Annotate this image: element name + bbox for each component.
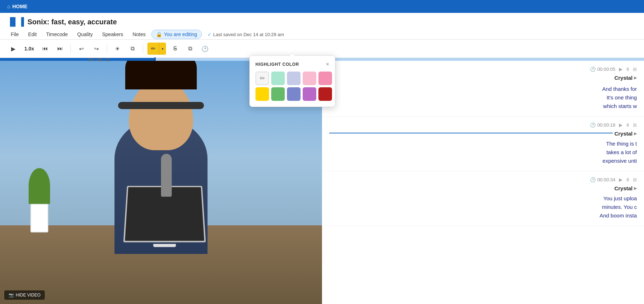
transcript-line-2-1: The thing is t	[606, 141, 637, 147]
segment-controls-3: ▶ ⏸ ⊞	[619, 177, 637, 182]
transcript-panel[interactable]: 🕐 00:00:05 ▶ ⏸ ⊞ Crystal ▶ And thanks fo…	[322, 61, 644, 304]
transcript-line-1-2: It's one thing	[606, 94, 637, 100]
hide-video-button[interactable]: 📷 HIDE VIDEO	[4, 290, 45, 300]
transcript-line-2-2: takes a lot of	[606, 149, 637, 155]
segment-time-2: 🕐 00:00:18	[590, 122, 615, 128]
history-button[interactable]: 🕐	[199, 43, 211, 55]
speaker-name-1[interactable]: Crystal	[614, 75, 633, 81]
note-segment-2-button[interactable]: ⊞	[633, 122, 637, 128]
menu-speakers[interactable]: Speakers	[98, 29, 127, 39]
sonix-logo-icon: ▐▌▐	[7, 17, 24, 26]
highlight-color-button[interactable]: ✏	[147, 43, 159, 55]
transcript-text-2[interactable]: The thing is t takes a lot of expensive …	[329, 139, 637, 165]
segment-header-2: 🕐 00:00:18 ▶ ⏸ ⊞	[329, 122, 637, 128]
editing-button[interactable]: 🔒 You are editing	[151, 30, 202, 39]
saved-status-text: Last saved on Dec 14 at 10:29 am	[213, 32, 284, 37]
current-time: 00:00:32	[88, 57, 111, 62]
microphone	[161, 154, 172, 197]
transcript-segment-1: 🕐 00:00:05 ▶ ⏸ ⊞ Crystal ▶ And thanks fo…	[322, 61, 644, 117]
color-swatch-eraser[interactable]: ✏	[255, 72, 269, 85]
menu-edit[interactable]: Edit	[25, 29, 40, 39]
home-link[interactable]: ⌂ HOME	[7, 4, 27, 9]
menu-file[interactable]: File	[7, 29, 23, 39]
transcript-line-2-3: expensive unti	[602, 158, 637, 164]
speaker-row-2: Crystal ▶	[329, 131, 637, 137]
active-speaker-bar	[329, 133, 613, 133]
undo-button[interactable]: ↩	[75, 43, 87, 55]
top-navigation: ⌂ HOME	[0, 0, 644, 13]
note-segment-3-button[interactable]: ⊞	[633, 177, 637, 182]
laptop-base	[153, 244, 176, 247]
fast-forward-button[interactable]: ⏭	[54, 43, 66, 55]
transcript-line-3-3: And boom insta	[600, 212, 637, 219]
segment-header-3: 🕐 00:00:34 ▶ ⏸ ⊞	[329, 177, 637, 182]
duplicate-button[interactable]: ⧉	[184, 43, 196, 55]
note-segment-1-button[interactable]: ⊞	[633, 67, 637, 72]
clock-icon-1: 🕐	[590, 67, 596, 72]
color-grid: ✏	[255, 72, 329, 101]
redo-button[interactable]: ↪	[90, 43, 102, 55]
menu-notes[interactable]: Notes	[129, 29, 149, 39]
play-segment-2-button[interactable]: ▶	[619, 122, 623, 128]
menu-timecode[interactable]: Timecode	[43, 29, 72, 39]
rewind-button[interactable]: ⏮	[39, 43, 51, 55]
highlight-dropdown-button[interactable]: ▾	[159, 43, 166, 55]
color-swatch-light-green[interactable]	[271, 72, 285, 85]
speaker-row-3: Crystal ▶	[329, 185, 637, 191]
speaker-chevron-2[interactable]: ▶	[634, 131, 637, 136]
color-swatch-green[interactable]	[271, 87, 285, 101]
speaker-name-3[interactable]: Crystal	[614, 185, 633, 191]
play-button[interactable]: ▶	[7, 43, 19, 55]
transcript-text-3[interactable]: You just uploa minutes. You c And boom i…	[329, 194, 637, 220]
popup-title: HIGHLIGHT COLOR	[255, 62, 299, 67]
pause-segment-1-button[interactable]: ⏸	[625, 67, 630, 72]
lock-icon: 🔒	[156, 31, 162, 37]
transcript-line-3-1: You just uploa	[603, 195, 637, 201]
plant	[29, 168, 50, 232]
editing-label: You are editing	[164, 31, 197, 37]
pause-segment-2-button[interactable]: ⏸	[625, 122, 630, 128]
color-swatch-blue[interactable]	[287, 87, 301, 101]
play-segment-3-button[interactable]: ▶	[619, 177, 623, 182]
speaker-chevron-3[interactable]: ▶	[634, 186, 637, 191]
speaker-name-2[interactable]: Crystal	[614, 131, 633, 137]
color-swatch-purple[interactable]	[303, 87, 316, 101]
temperature-button[interactable]: ☀	[111, 43, 123, 55]
segment-controls-1: ▶ ⏸ ⊞	[619, 67, 637, 72]
time-value-2: 00:00:18	[597, 122, 615, 128]
person-hair	[125, 61, 197, 89]
speed-control[interactable]: 1.0x	[22, 46, 36, 52]
time-value-1: 00:00:05	[597, 67, 615, 72]
speaker-row-1: Crystal ▶	[329, 75, 637, 81]
clock-icon-2: 🕐	[590, 122, 596, 128]
header: ▐▌▐ Sonix: fast, easy, accurate File Edi…	[0, 13, 644, 40]
color-swatch-light-blue[interactable]	[287, 72, 301, 85]
segment-time-3: 🕐 00:00:34	[590, 177, 615, 182]
transcript-text-1[interactable]: And thanks for It's one thing which star…	[329, 85, 637, 111]
color-swatch-light-red[interactable]	[318, 72, 332, 85]
pause-segment-3-button[interactable]: ⏸	[625, 177, 630, 182]
hide-video-label: HIDE VIDEO	[16, 293, 40, 298]
segment-header-1: 🕐 00:00:05 ▶ ⏸ ⊞	[329, 67, 637, 72]
strikethrough-button[interactable]: S	[169, 43, 181, 55]
color-swatch-dark-red[interactable]	[318, 87, 332, 101]
color-swatch-light-pink[interactable]	[303, 72, 316, 85]
headphones	[118, 102, 204, 109]
menu-quality[interactable]: Quality	[74, 29, 97, 39]
popup-close-button[interactable]: ×	[326, 62, 329, 67]
popup-header: HIGHLIGHT COLOR ×	[255, 62, 329, 67]
play-segment-1-button[interactable]: ▶	[619, 67, 623, 72]
video-off-icon: 📷	[9, 293, 14, 298]
toolbar-separator-3	[143, 44, 143, 53]
checkmark-icon: ✓	[208, 32, 211, 37]
copy-format-button[interactable]: ⧉	[126, 43, 138, 55]
speaker-chevron-1[interactable]: ▶	[634, 75, 637, 80]
transcript-line-3-2: minutes. You c	[602, 204, 637, 210]
menu-row: File Edit Timecode Quality Speakers Note…	[7, 29, 637, 39]
transcript-segment-3: 🕐 00:00:34 ▶ ⏸ ⊞ Crystal ▶ You just uplo…	[322, 171, 644, 226]
home-label: HOME	[12, 4, 27, 9]
toolbar-separator-1	[70, 44, 71, 53]
toolbar-separator-2	[107, 44, 107, 53]
segment-time-1: 🕐 00:00:05	[590, 67, 615, 72]
color-swatch-yellow[interactable]	[255, 87, 269, 101]
